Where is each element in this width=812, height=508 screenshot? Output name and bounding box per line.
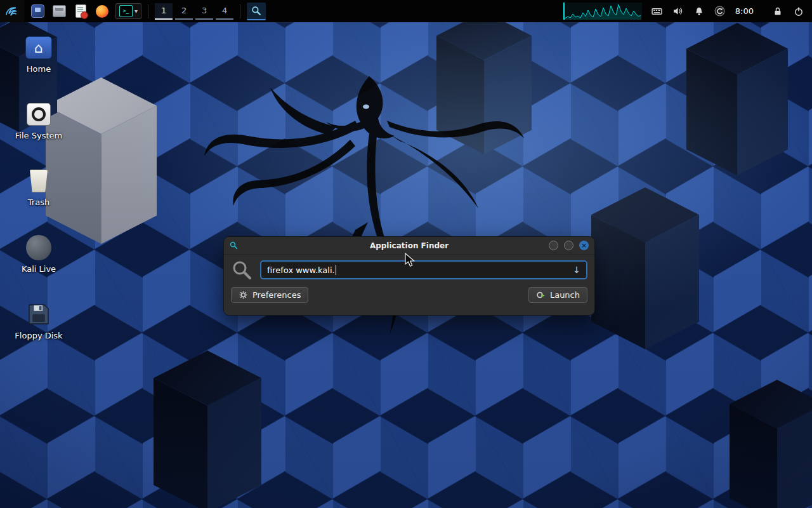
cpu-graph-plot xyxy=(565,3,641,20)
bell-icon xyxy=(694,6,704,17)
app-finder-window-icon xyxy=(230,241,238,250)
workspace-4[interactable]: 4 xyxy=(216,3,233,20)
dropdown-arrow-icon[interactable]: ↓ xyxy=(573,265,580,275)
application-finder-window: Application Finder × firefox www.kali. ↓ xyxy=(223,236,595,316)
panel-right: 8:00 xyxy=(563,3,812,20)
terminal-icon: >_ xyxy=(119,5,133,17)
chevron-down-icon[interactable]: ▾ xyxy=(134,8,138,15)
app-window-icon xyxy=(31,4,44,18)
notifications-indicator[interactable] xyxy=(693,6,705,17)
glass-cube xyxy=(154,351,261,508)
desktop-icon-kali-live[interactable]: Kali Live xyxy=(22,235,56,274)
window-controls: × xyxy=(549,237,589,254)
text-caret xyxy=(336,265,336,275)
launcher-group xyxy=(30,4,109,18)
desktop-icon-label: Home xyxy=(27,64,51,74)
window-title: Application Finder xyxy=(370,241,449,250)
maximize-button[interactable] xyxy=(564,241,573,250)
top-panel: >_ ▾ 1 2 3 4 xyxy=(0,0,812,22)
desktop-icon-label: Trash xyxy=(28,197,49,207)
desktop-icon-label: File System xyxy=(15,131,62,140)
taskbar-app-finder[interactable] xyxy=(247,3,266,20)
refresh-icon xyxy=(714,6,725,17)
panel-separator xyxy=(148,4,148,18)
desktop-icon-file-system[interactable]: File System xyxy=(15,102,62,140)
workspace-3[interactable]: 3 xyxy=(195,3,213,20)
launch-button[interactable]: Launch xyxy=(528,287,587,303)
kali-live-icon xyxy=(26,235,51,260)
minimize-button[interactable] xyxy=(549,241,558,250)
lock-icon xyxy=(773,6,783,17)
glass-cube xyxy=(591,187,699,349)
glass-cube xyxy=(686,23,788,175)
gear-icon xyxy=(239,290,248,300)
launcher-app-window[interactable] xyxy=(30,4,44,18)
screen-lock-button[interactable] xyxy=(772,6,783,17)
applications-menu-button[interactable] xyxy=(0,0,24,22)
workspace-2[interactable]: 2 xyxy=(175,3,193,20)
logout-button[interactable] xyxy=(793,6,804,17)
home-icon: ⌂ xyxy=(25,36,52,59)
desktop-icon-trash[interactable]: Trash xyxy=(25,168,52,207)
system-load-graph[interactable] xyxy=(563,3,642,20)
file-manager-icon xyxy=(53,5,66,17)
panel-separator xyxy=(240,4,240,18)
finder-body: firefox www.kali. ↓ Preferences xyxy=(224,255,594,315)
desktop-icon-home[interactable]: ⌂ Home xyxy=(25,35,52,74)
search-icon xyxy=(231,259,252,281)
workspace-switcher: 1 2 3 4 xyxy=(155,3,233,20)
glass-cube xyxy=(730,380,812,508)
firefox-icon xyxy=(96,5,108,18)
launcher-firefox[interactable] xyxy=(95,4,109,18)
close-button[interactable]: × xyxy=(579,241,589,250)
trash-icon xyxy=(29,170,49,192)
desktop-icon-label: Kali Live xyxy=(22,264,56,274)
glass-cube xyxy=(436,11,532,154)
file-system-icon xyxy=(27,103,51,126)
workspace-1[interactable]: 1 xyxy=(155,3,173,20)
launcher-text-editor[interactable] xyxy=(74,4,88,18)
keyboard-indicator[interactable] xyxy=(652,6,663,17)
preferences-label: Preferences xyxy=(252,290,301,300)
kali-menu-icon xyxy=(4,4,20,19)
app-finder-task-icon xyxy=(251,6,261,16)
close-icon: × xyxy=(581,242,587,249)
launcher-file-manager[interactable] xyxy=(52,4,66,18)
desktop-icon-column: ⌂ Home File System Trash Kali Live xyxy=(11,35,66,340)
updates-indicator[interactable] xyxy=(714,6,726,17)
search-query-text: firefox www.kali. xyxy=(267,265,335,275)
speaker-icon xyxy=(672,6,683,17)
preferences-button[interactable]: Preferences xyxy=(231,287,308,303)
terminal-launcher[interactable]: >_ ▾ xyxy=(115,3,141,19)
power-icon xyxy=(794,6,804,17)
floppy-disk-icon xyxy=(27,303,50,326)
search-input[interactable]: firefox www.kali. ↓ xyxy=(260,260,587,279)
desktop-icon-label: Floppy Disk xyxy=(15,331,62,340)
volume-indicator[interactable] xyxy=(672,6,684,17)
launch-icon xyxy=(536,290,546,300)
titlebar[interactable]: Application Finder × xyxy=(224,237,594,255)
desktop-icon-floppy-disk[interactable]: Floppy Disk xyxy=(15,302,62,340)
keyboard-icon xyxy=(652,6,662,17)
clock[interactable]: 8:00 xyxy=(735,6,754,16)
desktop: ⌂ Home File System Trash Kali Live xyxy=(0,0,812,508)
launch-label: Launch xyxy=(550,290,580,300)
text-editor-icon xyxy=(75,4,86,18)
